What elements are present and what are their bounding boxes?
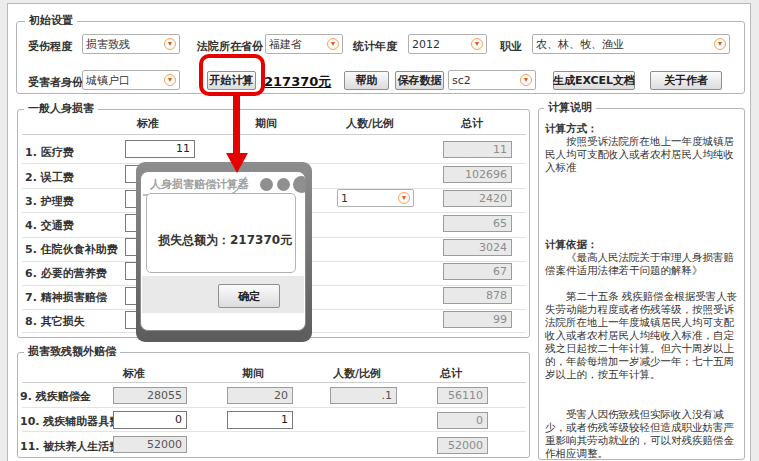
col-total: 总计 — [440, 366, 462, 381]
chevron-down-icon: ▾ — [164, 38, 176, 50]
occupation-select[interactable]: 农、林、牧、渔业▾ — [532, 34, 730, 54]
total-field: 11 — [443, 141, 512, 158]
chevron-down-icon: ▾ — [714, 38, 726, 50]
chevron-down-icon: ▾ — [471, 38, 483, 50]
section-title: 计算说明 — [544, 101, 596, 115]
app-window: 初始设置 受伤程度 损害致残▾ 法院所在省份 福建省▾ 统计年度 2012▾ 职… — [0, 0, 759, 461]
standard-input[interactable]: 11 — [125, 140, 195, 158]
calc-method-title: 计算方式： — [545, 122, 739, 135]
col-standard: 标准 — [123, 366, 145, 381]
annotation-highlight-rect — [199, 54, 265, 96]
row-label: 3. 护理费 — [25, 194, 74, 209]
standard-input[interactable]: 0 — [113, 411, 187, 429]
total-field: 3024 — [443, 239, 512, 256]
total-field: 878 — [443, 287, 512, 304]
calc-basis-body-1: 《最高人民法院关于审理人身损害赔偿案件适用法律若干问题的解释》 — [545, 251, 739, 277]
period-field: 20 — [227, 387, 293, 404]
chevron-down-icon: ▾ — [327, 38, 339, 50]
row-label: 7. 精神损害赔偿 — [25, 290, 107, 305]
province-label: 法院所在省份 — [197, 39, 263, 54]
row-label: 9. 残疾赔偿金 — [20, 389, 91, 404]
row-label: 4. 交通费 — [25, 218, 74, 233]
col-ratio: 人数/比例 — [346, 116, 394, 131]
victim-identity-select[interactable]: 城镇户口▾ — [82, 70, 180, 90]
row-label: 6. 必要的营养费 — [25, 266, 107, 281]
row-label: 10. 残疾辅助器具费 — [20, 414, 120, 429]
ok-button[interactable]: 确定 — [218, 284, 280, 308]
row-label: 11. 被扶养人生活费 — [20, 439, 120, 454]
generate-excel-button[interactable]: 生成EXCEL文档 — [553, 71, 635, 90]
col-total: 总计 — [461, 116, 483, 131]
col-ratio: 人数/比例 — [333, 366, 381, 381]
standard-field: 52000 — [113, 436, 187, 453]
occupation-label: 职业 — [500, 39, 522, 54]
total-field: 65 — [443, 215, 512, 232]
col-period: 期间 — [255, 116, 277, 131]
dialog-title: 人身损害赔偿计算器 — [150, 177, 249, 192]
total-field: 67 — [443, 263, 512, 280]
standard-field: 28055 — [113, 387, 187, 404]
row-label: 1. 医疗费 — [25, 145, 74, 160]
dialog-message: 损失总额为：217370元 — [158, 232, 292, 249]
ratio-field: .1 — [330, 387, 397, 404]
chevron-down-icon: ▾ — [520, 74, 532, 86]
total-field: 0 — [437, 412, 488, 429]
section-title: 一般人身损害 — [24, 102, 98, 116]
province-select[interactable]: 福建省▾ — [265, 34, 343, 54]
row-label: 2. 误工费 — [25, 170, 74, 185]
row-label: 8. 其它损失 — [25, 314, 85, 329]
victim-identity-label: 受害者身份 — [28, 75, 83, 90]
save-slot-select[interactable]: sc2▾ — [448, 70, 536, 90]
dialog-message-box: 损失总额为：217370元 — [146, 193, 296, 273]
section-title: 损害致残额外赔偿 — [24, 345, 120, 359]
injury-degree-label: 受伤程度 — [28, 39, 72, 54]
result-dialog: 人身损害赔偿计算器 损失总额为：217370元 确定 — [140, 171, 306, 331]
stat-year-select[interactable]: 2012▾ — [408, 34, 487, 54]
calc-basis-body-2: 第二十五条 残疾赔偿金根据受害人丧失劳动能力程度或者伤残等级，按照受诉法院所在地… — [545, 290, 739, 381]
calc-basis-body-3: 受害人因伤致残但实际收入没有减少，或者伤残等级较轻但造成职业妨害严重影响其劳动就… — [545, 408, 739, 460]
col-standard: 标准 — [137, 116, 159, 131]
chevron-down-icon: ▾ — [164, 74, 176, 86]
divider — [22, 431, 526, 432]
stat-year-label: 统计年度 — [353, 39, 397, 54]
total-field: 2420 — [443, 190, 512, 207]
annotation-arrow-head-icon — [226, 153, 248, 173]
col-period: 期间 — [242, 366, 264, 381]
total-field: 52000 — [437, 437, 488, 454]
total-field: 102696 — [443, 166, 512, 183]
injury-degree-select[interactable]: 损害致残▾ — [82, 34, 180, 54]
calc-method-body: 按照受诉法院所在地上一年度城镇居民人均可支配收入或者农村居民人均纯收入标准 — [545, 135, 739, 174]
about-author-button[interactable]: 关于作者 — [650, 71, 722, 90]
total-field: 99 — [443, 311, 512, 328]
help-button[interactable]: 帮助 — [344, 71, 389, 90]
annotation-arrow-line — [233, 96, 240, 154]
divider — [22, 407, 526, 408]
window-control-icon[interactable] — [260, 178, 273, 191]
total-field: 56110 — [437, 387, 488, 404]
calc-basis-title: 计算依据： — [545, 238, 739, 251]
chevron-down-icon: ▾ — [398, 192, 410, 204]
section-title: 初始设置 — [25, 14, 77, 28]
row-label: 5. 住院伙食补助费 — [25, 242, 118, 257]
ratio-select[interactable]: 1▾ — [337, 189, 414, 207]
save-data-button[interactable]: 保存数据 — [395, 71, 444, 90]
result-total-text: 217370元 — [264, 73, 331, 91]
divider — [22, 134, 526, 135]
period-input[interactable]: 1 — [227, 411, 293, 429]
window-control-icon[interactable] — [277, 178, 290, 191]
divider — [22, 382, 526, 383]
window-control-icon[interactable] — [293, 176, 306, 193]
